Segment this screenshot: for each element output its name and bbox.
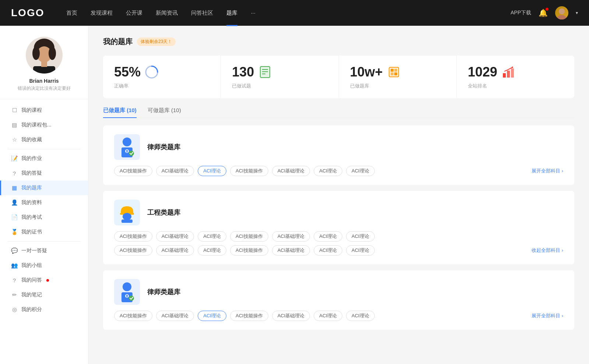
- stat-done-questions: 130 已做试题: [221, 56, 339, 98]
- sidebar-item-group[interactable]: 👥 我的小组: [0, 258, 88, 273]
- nav-opencourse[interactable]: 公开课: [126, 8, 142, 18]
- tag-l1-5[interactable]: ACI理论: [314, 166, 342, 176]
- qbank-tags-lawyer1: ACI技能操作 ACI基础理论 ACI理论 ACI技能操作 ACI基础理论 AC…: [114, 166, 563, 176]
- tag-e1-r2-4[interactable]: ACI基础理论: [272, 245, 310, 256]
- sidebar-label-points: 我的积分: [21, 306, 42, 313]
- nav-home[interactable]: 首页: [66, 8, 77, 18]
- tag-l1-4[interactable]: ACI基础理论: [272, 166, 310, 176]
- svg-point-30: [123, 213, 131, 220]
- sidebar-item-myqa[interactable]: ? 我的答疑: [0, 166, 88, 181]
- svg-rect-17: [391, 69, 394, 72]
- tag-l2-2[interactable]: ACI理论: [198, 311, 226, 321]
- tag-l2-3[interactable]: ACI技能操作: [230, 311, 268, 321]
- user-avatar-nav[interactable]: [555, 6, 568, 19]
- nav-more[interactable]: ···: [251, 8, 255, 18]
- stats-row: 55% 正确率 130: [103, 56, 574, 98]
- tag-l1-6[interactable]: ACI理论: [346, 166, 375, 176]
- sidebar-label-myqa: 我的答疑: [21, 170, 42, 176]
- user-menu-chevron[interactable]: ▾: [576, 10, 578, 15]
- expand-link-lawyer2[interactable]: 展开全部科目 ›: [532, 313, 563, 318]
- tag-l1-1[interactable]: ACI基础理论: [156, 166, 194, 176]
- tag-e1-r1-1[interactable]: ACI基础理论: [156, 231, 194, 242]
- trial-badge: 体验剩余23天！: [137, 38, 176, 46]
- app-download-link[interactable]: APP下载: [511, 10, 531, 16]
- tag-l1-2[interactable]: ACI理论: [198, 166, 226, 176]
- expand-link-engineer1[interactable]: 收起全部科目 ›: [532, 247, 563, 253]
- sidebar-label-profile: 我的资料: [21, 199, 42, 206]
- nav-qbank[interactable]: 题库: [226, 8, 237, 18]
- tags-area-engineer1-r2: ACI技能操作 ACI基础理论 ACI理论 ACI技能操作 ACI基础理论 AC…: [114, 245, 528, 256]
- svg-rect-22: [507, 71, 510, 78]
- svg-point-1: [557, 15, 566, 19]
- nav-news[interactable]: 新闻资讯: [156, 8, 178, 18]
- qbank-tags-engineer1-row1: ACI技能操作 ACI基础理论 ACI理论 ACI技能操作 ACI基础理论 AC…: [114, 231, 563, 242]
- tag-e1-r2-5[interactable]: ACI理论: [314, 245, 342, 256]
- sidebar-item-coursepkg[interactable]: ▤ 我的课程包...: [0, 118, 88, 132]
- tab-todo-banks[interactable]: 可做题库 (10): [148, 107, 181, 118]
- sidebar-item-profile[interactable]: 👤 我的资料: [0, 195, 88, 210]
- sidebar-item-course[interactable]: ☐ 我的课程: [0, 103, 88, 118]
- tag-l2-4[interactable]: ACI基础理论: [272, 311, 310, 321]
- course-icon: ☐: [11, 107, 18, 114]
- qbank-icon-lawyer2: [114, 279, 140, 305]
- points-icon: ◎: [11, 306, 18, 313]
- sidebar-divider-1: [7, 149, 81, 149]
- sidebar-item-qbank[interactable]: ▦ 我的题库: [0, 181, 88, 195]
- main-content: 我的题库 体验剩余23天！ 55% 正确率: [88, 26, 589, 364]
- sidebar-item-cert[interactable]: 🏅 我的证书: [0, 225, 88, 239]
- lawyer-icon-2: [118, 282, 136, 302]
- sidebar-item-favorites[interactable]: ☆ 我的收藏: [0, 132, 88, 147]
- tag-l2-0[interactable]: ACI技能操作: [114, 311, 152, 321]
- sidebar-item-questions[interactable]: ? 我的问答: [0, 273, 88, 288]
- svg-rect-7: [33, 66, 55, 74]
- tag-e1-r1-3[interactable]: ACI技能操作: [230, 231, 268, 242]
- sidebar-item-exam[interactable]: 📄 我的考试: [0, 210, 88, 225]
- favorites-icon: ☆: [11, 136, 18, 143]
- sidebar-profile: Brian Harris 错误的决定比没有决定要好: [0, 37, 88, 99]
- tag-e1-r1-5[interactable]: ACI理论: [314, 231, 342, 242]
- coursepkg-icon: ▤: [11, 122, 18, 128]
- avatar-image: [26, 37, 63, 74]
- tags-area-lawyer2: ACI技能操作 ACI基础理论 ACI理论 ACI技能操作 ACI基础理论 AC…: [114, 311, 528, 321]
- stat-done-banks-icon: [387, 65, 401, 79]
- sidebar-item-homework[interactable]: 📝 我的作业: [0, 151, 88, 166]
- tag-e1-r1-2[interactable]: ACI理论: [198, 231, 226, 242]
- tag-l2-1[interactable]: ACI基础理论: [156, 311, 194, 321]
- sidebar-item-oneonone[interactable]: 💬 一对一答疑: [0, 243, 88, 258]
- tag-e1-r1-0[interactable]: ACI技能操作: [114, 231, 152, 242]
- expand-area-engineer1: 收起全部科目 ›: [532, 245, 563, 254]
- tag-e1-r1-6[interactable]: ACI理论: [346, 231, 375, 242]
- main-layout: Brian Harris 错误的决定比没有决定要好 ☐ 我的课程 ▤ 我的课程包…: [0, 26, 589, 364]
- tag-l1-3[interactable]: ACI技能操作: [230, 166, 268, 176]
- tag-e1-r1-4[interactable]: ACI基础理论: [272, 231, 310, 242]
- tab-done-banks[interactable]: 已做题库 (10): [103, 107, 137, 118]
- nav-discover[interactable]: 发现课程: [91, 8, 113, 18]
- stat-done-banks-label: 已做题库: [350, 83, 445, 89]
- stat-done-banks-value: 10w+: [350, 64, 383, 80]
- tag-e1-r2-3[interactable]: ACI技能操作: [230, 245, 268, 256]
- sidebar-item-notes[interactable]: ✏ 我的笔记: [0, 288, 88, 302]
- tag-l1-0[interactable]: ACI技能操作: [114, 166, 152, 176]
- expand-area-lawyer2: 展开全部科目 ›: [532, 311, 563, 319]
- qbank-tags-lawyer2: ACI技能操作 ACI基础理论 ACI理论 ACI技能操作 ACI基础理论 AC…: [114, 311, 563, 321]
- tag-e1-r2-1[interactable]: ACI基础理论: [156, 245, 194, 256]
- page-header: 我的题库 体验剩余23天！: [103, 37, 574, 47]
- qbank-icon: ▦: [11, 185, 18, 191]
- expand-link-lawyer1[interactable]: 展开全部科目 ›: [532, 168, 563, 174]
- stat-done-questions-value: 130: [232, 64, 254, 80]
- notification-bell[interactable]: 🔔: [539, 8, 548, 17]
- tag-l2-5[interactable]: ACI理论: [314, 311, 342, 321]
- tag-e1-r2-0[interactable]: ACI技能操作: [114, 245, 152, 256]
- qbank-title-engineer1: 工程类题库: [147, 208, 180, 217]
- svg-rect-23: [511, 68, 514, 78]
- tabs-row: 已做题库 (10) 可做题库 (10): [103, 107, 574, 118]
- tag-e1-r2-2[interactable]: ACI理论: [198, 245, 226, 256]
- sidebar-item-points[interactable]: ◎ 我的积分: [0, 302, 88, 317]
- tag-e1-r2-6[interactable]: ACI理论: [346, 245, 375, 256]
- tag-l2-6[interactable]: ACI理论: [346, 311, 375, 321]
- expand-area-lawyer1: 展开全部科目 ›: [532, 166, 563, 174]
- svg-rect-31: [121, 220, 133, 223]
- stat-ranking: 1029 全站排名: [457, 56, 574, 98]
- stat-accuracy-label: 正确率: [114, 83, 209, 89]
- nav-qa[interactable]: 问答社区: [191, 8, 213, 18]
